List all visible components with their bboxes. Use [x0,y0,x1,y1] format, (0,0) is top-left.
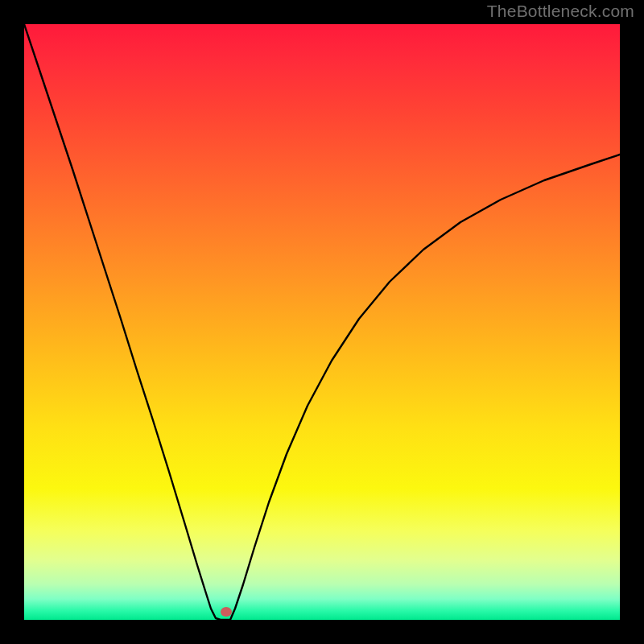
watermark-text: TheBottleneck.com [487,2,634,21]
bottleneck-curve [24,24,620,620]
chart-frame: TheBottleneck.com [0,0,644,644]
plot-area [24,24,620,620]
curve-path [24,24,620,620]
optimal-point-marker [221,607,232,617]
